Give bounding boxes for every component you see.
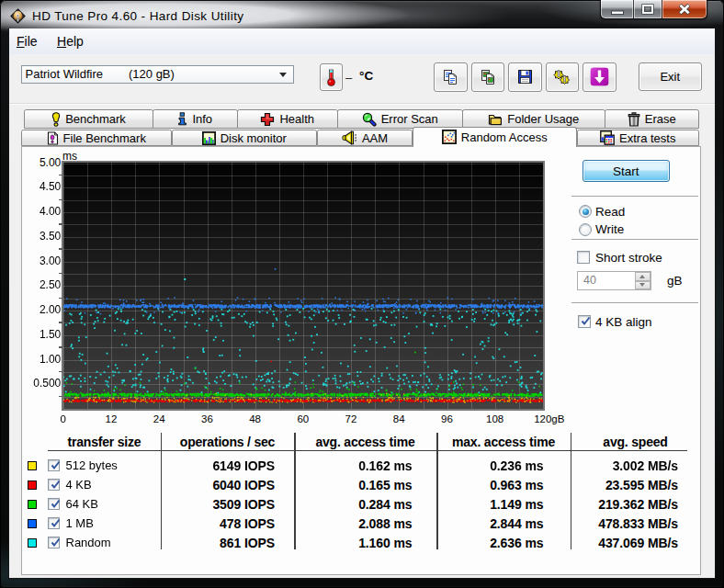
x-axis-tick-label: 36 xyxy=(187,413,227,425)
tab-label: Disk monitor xyxy=(221,131,287,145)
table-cell: 0.236 ms xyxy=(490,458,543,473)
temperature-button[interactable] xyxy=(320,63,343,91)
thermometer-icon xyxy=(326,69,336,86)
menu-help[interactable]: Help xyxy=(57,28,84,54)
options-gears-icon xyxy=(553,68,571,85)
table-cell: 1.149 ms xyxy=(490,497,543,512)
copy-text-button[interactable] xyxy=(434,62,468,93)
short-stroke-checkbox[interactable] xyxy=(577,251,590,264)
tab-label: File Benchmark xyxy=(63,131,146,145)
check-icon xyxy=(50,537,62,548)
series-visible-checkbox[interactable] xyxy=(48,459,60,471)
client-area: File Help Patriot Wildfire (120 gB) – °C xyxy=(8,28,716,579)
tab-file-benchmark[interactable]: File Benchmark xyxy=(21,130,172,146)
copy-image-button[interactable] xyxy=(471,62,505,93)
close-button[interactable] xyxy=(662,0,707,18)
title-bar[interactable]: HD Tune Pro 4.60 - Hard Disk Utility xyxy=(0,0,724,28)
check-icon xyxy=(580,315,592,327)
align-label: 4 KB align xyxy=(595,315,652,330)
maximize-button[interactable] xyxy=(633,0,662,18)
col-header-operations: operations / sec xyxy=(180,435,275,449)
table-cell: 437.069 MB/s xyxy=(598,536,678,550)
table-cell: 861 IOPS xyxy=(220,536,275,550)
extra-tests-icon xyxy=(600,130,615,145)
y-axis-minor-tick xyxy=(59,223,62,225)
check-icon xyxy=(50,517,62,529)
write-radio[interactable] xyxy=(579,223,592,236)
transfer-size-label: 64 KB xyxy=(66,497,98,511)
series-visible-checkbox[interactable] xyxy=(48,517,60,529)
table-cell: 478 IOPS xyxy=(220,516,275,531)
tab-erase[interactable]: Erase xyxy=(605,109,699,129)
window-title: HD Tune Pro 4.60 - Hard Disk Utility xyxy=(32,9,243,23)
drive-size: (120 gB) xyxy=(129,66,175,83)
app-window: HD Tune Pro 4.60 - Hard Disk Utility xyxy=(0,0,724,588)
tab-error-scan[interactable]: Error Scan xyxy=(337,109,463,129)
spinner-down-button[interactable] xyxy=(635,281,650,290)
stroke-size-spinner[interactable]: 40 xyxy=(577,271,651,290)
menu-file[interactable]: File xyxy=(17,28,38,54)
tab-disk-monitor[interactable]: Disk monitor xyxy=(172,130,318,146)
x-axis-tick-label: 72 xyxy=(331,413,371,425)
temperature-value: – xyxy=(345,71,352,85)
series-visible-checkbox[interactable] xyxy=(48,537,60,548)
table-cell: 0.165 ms xyxy=(358,478,412,492)
table-cell: 0.162 ms xyxy=(358,458,412,473)
update-button[interactable] xyxy=(583,62,617,93)
col-header-avg-access: avg. access time xyxy=(315,435,414,449)
start-button[interactable]: Start xyxy=(583,160,670,182)
tab-health[interactable]: Health xyxy=(237,109,339,129)
read-radio[interactable] xyxy=(579,205,592,218)
y-axis-tick-label: 3.00 xyxy=(28,255,61,267)
tab-info[interactable]: Info xyxy=(153,109,238,129)
table-cell: 2.636 ms xyxy=(490,536,543,550)
check-icon xyxy=(50,459,62,471)
series-color-swatch xyxy=(28,519,37,528)
app-icon xyxy=(10,8,26,24)
copy-text-icon xyxy=(442,69,458,85)
info-icon xyxy=(177,112,187,126)
exit-button[interactable]: Exit xyxy=(639,62,703,91)
separator xyxy=(571,196,698,197)
y-axis-tick-label: 5.00 xyxy=(28,157,61,169)
table-cell: 478.833 MB/s xyxy=(598,516,678,531)
tab-benchmark[interactable]: Benchmark xyxy=(24,109,153,129)
y-axis-tick-label: 1.00 xyxy=(28,354,61,366)
erase-icon xyxy=(628,112,640,127)
spinner-buttons xyxy=(635,272,650,289)
transfer-size-label: 4 KB xyxy=(66,478,92,492)
random-access-icon xyxy=(442,130,457,144)
y-axis-minor-tick xyxy=(59,298,62,300)
y-axis-tick-label: 4.00 xyxy=(28,206,61,218)
window-controls xyxy=(600,0,707,19)
options-button[interactable] xyxy=(546,62,580,93)
down-arrow-icon xyxy=(639,283,645,287)
y-axis-tick-label: 2.00 xyxy=(28,304,61,316)
table-cell: 6149 IOPS xyxy=(212,458,275,473)
x-axis-tick-label: 24 xyxy=(139,413,179,425)
spinner-up-button[interactable] xyxy=(635,272,650,281)
tab-extra-tests[interactable]: Extra tests xyxy=(577,130,699,146)
table-cell: 6040 IOPS xyxy=(212,478,275,492)
series-visible-checkbox[interactable] xyxy=(48,479,60,491)
x-axis-tick-label: 108 xyxy=(475,413,515,425)
minimize-button[interactable] xyxy=(601,0,633,18)
combobox-arrow-icon xyxy=(279,73,287,77)
tab-label: Folder Usage xyxy=(507,112,579,126)
y-axis-minor-tick xyxy=(59,322,62,323)
error-scan-icon xyxy=(362,112,377,127)
drive-select-combobox[interactable]: Patriot Wildfire (120 gB) xyxy=(21,65,294,84)
tab-random-access[interactable]: Random Access xyxy=(413,127,578,147)
table-cell: 2.088 ms xyxy=(358,516,412,531)
align-checkbox[interactable] xyxy=(578,315,591,328)
col-header-avg-speed: avg. speed xyxy=(603,435,667,449)
tab-folder-usage[interactable]: Folder Usage xyxy=(462,109,606,129)
y-axis-tick-label: 0.500 xyxy=(28,378,61,390)
read-label: Read xyxy=(595,205,625,220)
health-icon xyxy=(260,112,275,127)
y-axis-tick-label: 2.50 xyxy=(28,279,61,291)
short-stroke-label: Short stroke xyxy=(595,251,662,266)
tab-aam[interactable]: AAM xyxy=(317,130,413,146)
save-button[interactable] xyxy=(508,62,542,93)
series-visible-checkbox[interactable] xyxy=(48,498,60,510)
